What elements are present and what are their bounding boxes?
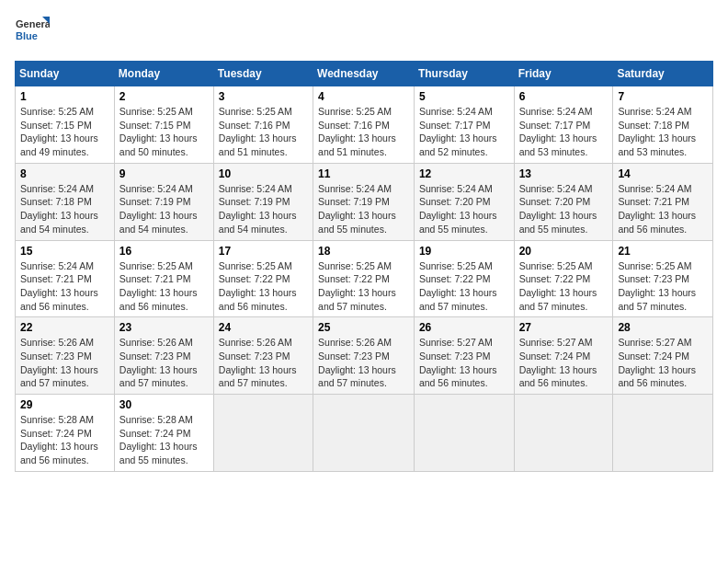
- day-number: 21: [618, 245, 708, 258]
- calendar-cell: 13Sunrise: 5:24 AMSunset: 7:20 PMDayligh…: [514, 163, 613, 240]
- day-number: 10: [219, 167, 308, 180]
- day-number: 23: [119, 321, 209, 334]
- day-info: Sunrise: 5:25 AMSunset: 7:22 PMDaylight:…: [219, 259, 308, 314]
- svg-text:Blue: Blue: [16, 30, 38, 41]
- weekday-header-friday: Friday: [514, 62, 613, 86]
- weekday-header-saturday: Saturday: [613, 62, 713, 86]
- calendar-cell: 23Sunrise: 5:26 AMSunset: 7:23 PMDayligh…: [114, 317, 213, 395]
- day-number: 20: [519, 245, 609, 258]
- weekday-header-monday: Monday: [114, 62, 213, 86]
- calendar-body: 1Sunrise: 5:25 AMSunset: 7:15 PMDaylight…: [16, 86, 713, 472]
- calendar-cell: [613, 395, 713, 472]
- calendar-cell: [313, 395, 415, 472]
- calendar-cell: 17Sunrise: 5:25 AMSunset: 7:22 PMDayligh…: [213, 240, 313, 317]
- day-info: Sunrise: 5:25 AMSunset: 7:15 PMDaylight:…: [119, 105, 209, 159]
- day-info: Sunrise: 5:25 AMSunset: 7:22 PMDaylight:…: [519, 259, 609, 314]
- day-info: Sunrise: 5:24 AMSunset: 7:18 PMDaylight:…: [20, 182, 109, 236]
- calendar-cell: 12Sunrise: 5:24 AMSunset: 7:20 PMDayligh…: [414, 163, 514, 240]
- day-number: 5: [419, 90, 509, 103]
- day-info: Sunrise: 5:27 AMSunset: 7:23 PMDaylight:…: [419, 336, 509, 390]
- day-number: 29: [20, 398, 109, 411]
- calendar-cell: 15Sunrise: 5:24 AMSunset: 7:21 PMDayligh…: [16, 240, 115, 317]
- day-number: 8: [20, 167, 109, 180]
- calendar-cell: [514, 395, 613, 472]
- calendar-cell: 18Sunrise: 5:25 AMSunset: 7:22 PMDayligh…: [313, 240, 415, 317]
- calendar-cell: [213, 395, 313, 472]
- day-number: 19: [419, 245, 509, 258]
- calendar-cell: 16Sunrise: 5:25 AMSunset: 7:21 PMDayligh…: [114, 240, 213, 317]
- day-number: 25: [318, 321, 409, 334]
- day-info: Sunrise: 5:27 AMSunset: 7:24 PMDaylight:…: [618, 336, 708, 390]
- day-number: 28: [618, 321, 708, 334]
- day-info: Sunrise: 5:24 AMSunset: 7:17 PMDaylight:…: [519, 105, 609, 159]
- day-number: 18: [318, 245, 409, 258]
- day-number: 1: [20, 90, 109, 103]
- calendar-cell: 10Sunrise: 5:24 AMSunset: 7:19 PMDayligh…: [213, 163, 313, 240]
- day-number: 12: [419, 167, 509, 180]
- logo-svg: General Blue: [15, 15, 50, 50]
- day-number: 3: [219, 90, 308, 103]
- calendar-cell: 29Sunrise: 5:28 AMSunset: 7:24 PMDayligh…: [16, 395, 115, 472]
- day-number: 4: [318, 90, 409, 103]
- page-header: General Blue: [15, 15, 713, 50]
- calendar-cell: 1Sunrise: 5:25 AMSunset: 7:15 PMDaylight…: [16, 86, 115, 164]
- day-info: Sunrise: 5:25 AMSunset: 7:16 PMDaylight:…: [219, 105, 308, 159]
- calendar-cell: 3Sunrise: 5:25 AMSunset: 7:16 PMDaylight…: [213, 86, 313, 164]
- day-number: 7: [618, 90, 708, 103]
- day-number: 11: [318, 167, 409, 180]
- weekday-header-thursday: Thursday: [414, 62, 514, 86]
- day-number: 16: [119, 245, 209, 258]
- day-number: 9: [119, 167, 209, 180]
- calendar-week-row: 15Sunrise: 5:24 AMSunset: 7:21 PMDayligh…: [16, 240, 713, 317]
- day-info: Sunrise: 5:26 AMSunset: 7:23 PMDaylight:…: [119, 336, 209, 390]
- day-info: Sunrise: 5:24 AMSunset: 7:20 PMDaylight:…: [419, 182, 509, 236]
- calendar-cell: 22Sunrise: 5:26 AMSunset: 7:23 PMDayligh…: [16, 317, 115, 395]
- day-number: 27: [519, 321, 609, 334]
- day-info: Sunrise: 5:24 AMSunset: 7:20 PMDaylight:…: [519, 182, 609, 236]
- day-number: 2: [119, 90, 209, 103]
- day-info: Sunrise: 5:24 AMSunset: 7:21 PMDaylight:…: [20, 259, 109, 314]
- calendar-week-row: 22Sunrise: 5:26 AMSunset: 7:23 PMDayligh…: [16, 317, 713, 395]
- day-info: Sunrise: 5:25 AMSunset: 7:22 PMDaylight:…: [318, 259, 409, 314]
- weekday-header-sunday: Sunday: [16, 62, 115, 86]
- calendar-week-row: 1Sunrise: 5:25 AMSunset: 7:15 PMDaylight…: [16, 86, 713, 164]
- day-number: 14: [618, 167, 708, 180]
- calendar-cell: 19Sunrise: 5:25 AMSunset: 7:22 PMDayligh…: [414, 240, 514, 317]
- calendar-table: SundayMondayTuesdayWednesdayThursdayFrid…: [15, 61, 713, 472]
- calendar-cell: 8Sunrise: 5:24 AMSunset: 7:18 PMDaylight…: [16, 163, 115, 240]
- day-info: Sunrise: 5:24 AMSunset: 7:17 PMDaylight:…: [419, 105, 509, 159]
- day-info: Sunrise: 5:26 AMSunset: 7:23 PMDaylight:…: [318, 336, 409, 390]
- day-info: Sunrise: 5:24 AMSunset: 7:21 PMDaylight:…: [618, 182, 708, 236]
- calendar-cell: 5Sunrise: 5:24 AMSunset: 7:17 PMDaylight…: [414, 86, 514, 164]
- day-info: Sunrise: 5:25 AMSunset: 7:15 PMDaylight:…: [20, 105, 109, 159]
- weekday-header-wednesday: Wednesday: [313, 62, 415, 86]
- day-number: 26: [419, 321, 509, 334]
- calendar-cell: 9Sunrise: 5:24 AMSunset: 7:19 PMDaylight…: [114, 163, 213, 240]
- day-info: Sunrise: 5:24 AMSunset: 7:19 PMDaylight:…: [318, 182, 409, 236]
- calendar-cell: 14Sunrise: 5:24 AMSunset: 7:21 PMDayligh…: [613, 163, 713, 240]
- calendar-cell: 7Sunrise: 5:24 AMSunset: 7:18 PMDaylight…: [613, 86, 713, 164]
- calendar-week-row: 29Sunrise: 5:28 AMSunset: 7:24 PMDayligh…: [16, 395, 713, 472]
- calendar-cell: 20Sunrise: 5:25 AMSunset: 7:22 PMDayligh…: [514, 240, 613, 317]
- calendar-cell: 2Sunrise: 5:25 AMSunset: 7:15 PMDaylight…: [114, 86, 213, 164]
- calendar-cell: [414, 395, 514, 472]
- day-info: Sunrise: 5:25 AMSunset: 7:21 PMDaylight:…: [119, 259, 209, 314]
- day-info: Sunrise: 5:28 AMSunset: 7:24 PMDaylight:…: [119, 413, 209, 467]
- day-info: Sunrise: 5:24 AMSunset: 7:18 PMDaylight:…: [618, 105, 708, 159]
- calendar-cell: 11Sunrise: 5:24 AMSunset: 7:19 PMDayligh…: [313, 163, 415, 240]
- day-info: Sunrise: 5:24 AMSunset: 7:19 PMDaylight:…: [119, 182, 209, 236]
- day-number: 22: [20, 321, 109, 334]
- day-number: 24: [219, 321, 308, 334]
- day-info: Sunrise: 5:26 AMSunset: 7:23 PMDaylight:…: [219, 336, 308, 390]
- calendar-cell: 24Sunrise: 5:26 AMSunset: 7:23 PMDayligh…: [213, 317, 313, 395]
- calendar-cell: 4Sunrise: 5:25 AMSunset: 7:16 PMDaylight…: [313, 86, 415, 164]
- day-info: Sunrise: 5:25 AMSunset: 7:23 PMDaylight:…: [618, 259, 708, 314]
- day-info: Sunrise: 5:25 AMSunset: 7:22 PMDaylight:…: [419, 259, 509, 314]
- weekday-header-tuesday: Tuesday: [213, 62, 313, 86]
- day-info: Sunrise: 5:26 AMSunset: 7:23 PMDaylight:…: [20, 336, 109, 390]
- calendar-cell: 26Sunrise: 5:27 AMSunset: 7:23 PMDayligh…: [414, 317, 514, 395]
- logo: General Blue: [15, 15, 50, 50]
- day-info: Sunrise: 5:25 AMSunset: 7:16 PMDaylight:…: [318, 105, 409, 159]
- calendar-cell: 25Sunrise: 5:26 AMSunset: 7:23 PMDayligh…: [313, 317, 415, 395]
- day-number: 30: [119, 398, 209, 411]
